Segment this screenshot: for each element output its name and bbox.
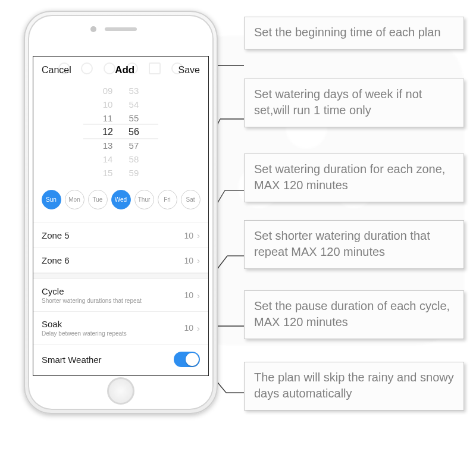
day-wed[interactable]: Wed: [111, 190, 131, 209]
day-sat[interactable]: Sat: [181, 190, 201, 209]
day-tue[interactable]: Tue: [88, 190, 108, 209]
phone-frame: Cancel Add Save 091011121314155354555657…: [24, 11, 218, 414]
picker-value: 14: [103, 152, 113, 166]
cycle-row[interactable]: Cycle Shorter watering durations that re…: [33, 279, 208, 312]
soak-row[interactable]: Soak Delay between watering repeats 10 ›: [33, 312, 208, 345]
picker-value: 55: [129, 111, 139, 125]
picker-value: 11: [103, 111, 113, 125]
cycle-sub: Shorter watering durations that repeat: [42, 298, 142, 304]
callout-cycle: Set shorter watering duration that repea…: [244, 220, 464, 269]
chevron-right-icon: ›: [197, 230, 200, 240]
picker-value: 58: [129, 152, 139, 166]
picker-value: 56: [129, 125, 139, 139]
weekday-selector: SunMonTueWedThurFriSat: [33, 179, 208, 223]
chevron-right-icon: ›: [197, 255, 200, 265]
picker-value: 54: [129, 98, 139, 111]
phone-earpiece: [105, 27, 137, 31]
zone-value: 10: [184, 256, 193, 265]
zone-label: Zone 5: [42, 230, 70, 240]
zone-row[interactable]: Zone 6 10 ›: [33, 248, 208, 273]
soak-value: 10: [184, 323, 193, 333]
picker-value: 13: [103, 139, 113, 152]
picker-col-minutes[interactable]: 53545556575859: [129, 84, 139, 179]
settings-list: Zone 5 10 › Zone 6 10 › Cycle: [33, 223, 208, 374]
callout-weather: The plan will skip the rainy and snowy d…: [244, 362, 464, 411]
header-bar: Cancel Add Save: [33, 57, 208, 84]
cancel-button[interactable]: Cancel: [42, 65, 71, 76]
day-fri[interactable]: Fri: [158, 190, 177, 209]
cycle-value: 10: [184, 290, 193, 300]
time-picker[interactable]: 0910111213141553545556575859: [33, 84, 208, 179]
picker-value: 09: [103, 84, 113, 98]
picker-value: 59: [129, 166, 139, 180]
phone-home-button[interactable]: [107, 377, 134, 405]
picker-col-hours[interactable]: 09101112131415: [102, 84, 113, 179]
chevron-right-icon: ›: [197, 323, 200, 333]
page-title: Add: [115, 64, 134, 76]
callout-days: Set watering days of week if not set,wil…: [244, 79, 464, 127]
zone-value: 10: [184, 231, 193, 240]
phone-camera: [90, 26, 96, 32]
picker-value: 57: [129, 139, 139, 152]
chevron-right-icon: ›: [197, 290, 200, 300]
smart-weather-row[interactable]: Smart Weather: [33, 345, 208, 374]
picker-value: 12: [102, 125, 113, 139]
callout-time: Set the beginning time of each plan: [244, 17, 464, 49]
zone-label: Zone 6: [42, 255, 70, 265]
smart-weather-toggle[interactable]: [174, 352, 200, 367]
picker-value: 10: [103, 98, 113, 111]
day-mon[interactable]: Mon: [65, 190, 84, 209]
soak-sub: Delay between watering repeats: [42, 330, 127, 337]
section-gap: [33, 273, 208, 279]
callout-soak: Set the pause duration of each cycle, MA…: [244, 290, 464, 339]
zone-row[interactable]: Zone 5 10 ›: [33, 223, 208, 248]
day-sun[interactable]: Sun: [42, 190, 61, 209]
picker-value: 53: [129, 84, 139, 98]
cycle-label: Cycle: [42, 286, 142, 296]
soak-label: Soak: [42, 319, 127, 329]
save-button[interactable]: Save: [178, 65, 200, 76]
day-thur[interactable]: Thur: [134, 190, 154, 209]
callout-zone: Set watering duration for each zone, MAX…: [244, 154, 464, 202]
app-screen: Cancel Add Save 091011121314155354555657…: [33, 56, 209, 376]
smart-weather-label: Smart Weather: [42, 355, 102, 365]
picker-value: 15: [103, 166, 113, 180]
